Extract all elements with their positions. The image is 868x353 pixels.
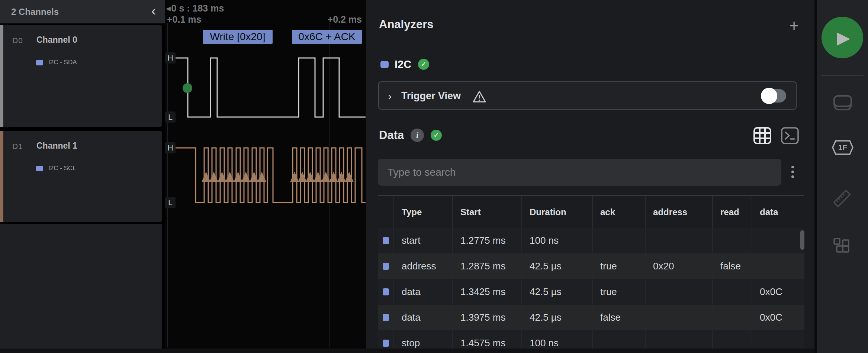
column-header[interactable]: data (752, 196, 804, 228)
column-header[interactable]: Start (452, 196, 521, 228)
timeline-marker-icon: ◀ (166, 5, 171, 12)
add-analyzer-button[interactable]: + (789, 16, 799, 35)
table-cell: 0x20 (645, 253, 712, 279)
table-cell: 1.2775 ms (452, 228, 521, 253)
table-row[interactable]: data1.3425 ms42.5 µstrue0x0C (378, 279, 804, 305)
analyzers-title: Analyzers (379, 18, 433, 31)
channel-0-name: Channel 0 (36, 35, 77, 45)
play-icon: ▶ (822, 17, 863, 58)
table-header-row: TypeStartDurationackaddressreaddata (378, 196, 804, 228)
hex-badge-label: 1F (832, 140, 853, 155)
i2c-annotation-data[interactable]: 0x6C + ACK (292, 30, 362, 44)
channel-0-analyzer-label: I2C - SDA (48, 59, 77, 66)
kebab-menu-icon[interactable] (789, 163, 796, 181)
analyzer-swatch-icon (36, 166, 43, 171)
row-swatch-icon (383, 237, 389, 244)
table-row[interactable]: start1.2775 ms100 ns (378, 228, 804, 253)
table-row[interactable]: address1.2875 ms42.5 µstrue0x20false (378, 253, 804, 279)
table-cell: 0x0C (752, 305, 804, 330)
table-cell: true (592, 279, 645, 305)
row-swatch-cell (378, 279, 393, 305)
table-row[interactable]: data1.3975 ms42.5 µsfalse0x0C (378, 305, 804, 330)
data-status-check-icon: ✓ (431, 130, 442, 141)
analyzer-swatch-icon (380, 61, 389, 68)
timeline-absolute-time: ◀0 s : 183 ms (166, 3, 224, 14)
channel-0-color-strip (0, 25, 3, 127)
waveform-canvas[interactable]: ◀0 s : 183 ms +0.1 ms +0.2 ms Write [0x2… (165, 0, 366, 353)
table-cell: data (393, 305, 452, 330)
warning-icon (473, 90, 486, 103)
toggle-knob (761, 88, 777, 104)
table-scrollbar[interactable] (800, 230, 804, 250)
sda-low-label: L (165, 111, 176, 123)
channel-sidebar: 2 Channels ‹ D0 Channel 0 I2C - SDA D1 C… (0, 0, 165, 353)
toolbar-divider (821, 75, 864, 76)
scl-low-label: L (165, 197, 176, 208)
i2c-annotation-write[interactable]: Write [0x20] (203, 30, 273, 44)
channel-0-analyzer[interactable]: I2C - SDA (36, 59, 77, 66)
timeline-tick-left: +0.1 ms (167, 14, 201, 25)
hex-value-icon[interactable]: 1F (832, 140, 853, 155)
table-cell: 100 ns (521, 228, 592, 253)
channel-1-analyzer[interactable]: I2C - SCL (36, 165, 76, 172)
table-cell (752, 228, 804, 253)
column-header[interactable]: address (645, 196, 712, 228)
scl-high-label: H (165, 142, 176, 153)
analyzer-swatch-icon (36, 60, 43, 65)
table-cell (645, 305, 712, 330)
column-header[interactable]: ack (592, 196, 645, 228)
ruler-icon[interactable] (832, 188, 852, 208)
sda-high-label: H (165, 52, 176, 64)
channel-1-id: D1 (12, 142, 23, 151)
table-cell: 1.2875 ms (452, 253, 521, 279)
channel-row-0[interactable]: D0 Channel 0 I2C - SDA (0, 25, 162, 127)
table-cell: false (712, 253, 752, 279)
channel-sidebar-empty-area (0, 224, 162, 349)
swatch-column-header (378, 196, 393, 228)
device-icon[interactable] (833, 95, 852, 111)
row-swatch-icon (383, 288, 389, 295)
column-header[interactable]: Duration (521, 196, 592, 228)
table-cell: address (393, 253, 452, 279)
column-header[interactable]: read (712, 196, 752, 228)
waveform-svg (165, 0, 366, 353)
search-input[interactable] (378, 159, 781, 186)
terminal-view-icon[interactable] (781, 127, 799, 144)
table-body: start1.2775 ms100 ns address1.2875 ms42.… (378, 228, 804, 353)
analyzer-status-check-icon: ✓ (418, 59, 429, 70)
trigger-view-row[interactable]: › Trigger View (378, 81, 797, 110)
play-button[interactable]: ▶ (822, 17, 863, 58)
trigger-view-toggle[interactable] (762, 88, 786, 103)
analyzer-name: I2C (395, 58, 411, 71)
channel-1-color-strip (0, 131, 3, 222)
data-section-header: Data i ✓ (379, 128, 442, 143)
extensions-icon[interactable] (833, 238, 851, 254)
table-cell: 42.5 µs (521, 305, 592, 330)
row-swatch-cell (378, 228, 393, 253)
table-cell (645, 228, 712, 253)
row-swatch-cell (378, 305, 393, 330)
info-icon[interactable]: i (411, 129, 424, 142)
row-swatch-icon (383, 263, 389, 270)
footer-strip (0, 349, 814, 353)
channels-header-label: 2 Channels (11, 7, 59, 17)
analyzer-item-i2c[interactable]: I2C ✓ (380, 58, 429, 71)
channel-row-1[interactable]: D1 Channel 1 I2C - SCL (0, 131, 162, 222)
chevron-right-icon[interactable]: › (388, 90, 392, 103)
column-header[interactable]: Type (393, 196, 452, 228)
table-cell: 42.5 µs (521, 253, 592, 279)
channel-0-id: D0 (12, 36, 23, 45)
channel-1-name: Channel 1 (36, 141, 77, 151)
table-cell: false (592, 305, 645, 330)
row-swatch-icon (383, 340, 389, 347)
trigger-view-label: Trigger View (401, 90, 461, 102)
row-swatch-cell (378, 253, 393, 279)
table-cell: data (393, 279, 452, 305)
collapse-sidebar-icon[interactable]: ‹ (147, 5, 160, 19)
table-view-icon[interactable] (753, 127, 771, 144)
table-cell (712, 279, 752, 305)
table-cell: 1.3975 ms (452, 305, 521, 330)
channel-1-analyzer-label: I2C - SCL (48, 165, 76, 172)
analyzers-panel: Analyzers + I2C ✓ › Trigger View Data i … (366, 0, 814, 353)
table-cell (645, 279, 712, 305)
